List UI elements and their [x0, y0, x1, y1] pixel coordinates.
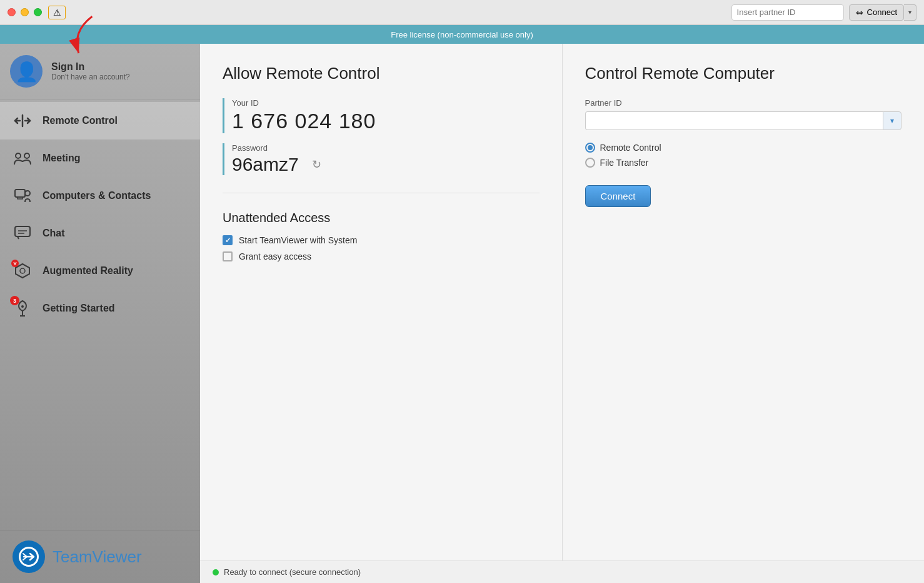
sidebar-footer: TeamViewer	[0, 530, 200, 583]
status-bar: Ready to connect (secure connection)	[200, 560, 924, 583]
grant-easy-access-label: Grant easy access	[239, 251, 311, 261]
your-id-section: Your ID 1 676 024 180	[223, 98, 540, 133]
connect-header-label: Connect	[867, 8, 897, 17]
partner-id-header-input[interactable]	[731, 4, 844, 21]
partner-id-field[interactable]	[585, 111, 883, 130]
start-teamviewer-checkbox[interactable]	[223, 235, 233, 245]
your-id-label: Your ID	[232, 98, 540, 108]
traffic-lights	[8, 8, 42, 16]
sidebar-item-remote-control-label: Remote Control	[43, 115, 118, 126]
meeting-icon	[13, 148, 33, 168]
teamviewer-brand-text: TeamViewer	[53, 547, 142, 567]
sign-in-title[interactable]: Sign In	[51, 61, 130, 73]
remote-control-icon	[13, 111, 33, 131]
connect-main-button[interactable]: Connect	[585, 185, 651, 207]
sidebar-item-meeting-label: Meeting	[43, 153, 80, 164]
connect-arrows-icon: ⇔	[856, 8, 863, 18]
file-transfer-radio-label: File Transfer	[600, 158, 649, 168]
content-area: Allow Remote Control Your ID 1 676 024 1…	[200, 44, 924, 583]
sidebar-item-chat[interactable]: Chat	[0, 215, 200, 252]
close-button[interactable]	[8, 8, 16, 16]
teamviewer-logo-inner	[19, 547, 39, 567]
remote-control-radio[interactable]	[585, 143, 595, 153]
brand-viewer: Viewer	[93, 547, 142, 566]
license-bar: Free license (non-commercial use only)	[0, 25, 924, 44]
allow-remote-title: Allow Remote Control	[223, 64, 540, 83]
sign-in-text: Sign In Don't have an account?	[51, 61, 130, 81]
user-avatar-icon: 👤	[15, 61, 38, 83]
titlebar-right: ⇔ Connect ▾	[731, 4, 916, 21]
sidebar-item-computers-contacts[interactable]: Computers & Contacts	[0, 177, 200, 215]
start-teamviewer-label: Start TeamViewer with System	[239, 235, 357, 245]
avatar: 👤	[10, 55, 43, 88]
warning-icon: ⚠	[53, 8, 61, 18]
warning-button[interactable]: ⚠	[48, 6, 66, 19]
panel-divider	[223, 193, 540, 193]
connect-header-dropdown[interactable]: ▾	[904, 4, 916, 21]
radio-row-2: File Transfer	[585, 158, 902, 168]
main-layout: 👤 Sign In Don't have an account? Remote …	[0, 44, 924, 583]
maximize-button[interactable]	[34, 8, 42, 16]
sidebar-item-getting-started-label: Getting Started	[43, 303, 115, 314]
svg-rect-5	[15, 226, 30, 236]
sidebar-item-meeting[interactable]: Meeting	[0, 139, 200, 177]
getting-started-icon: 3	[13, 298, 33, 318]
checkbox-row-1: Start TeamViewer with System	[223, 235, 540, 245]
password-wrapper: Password 96amz7 ↻	[223, 143, 540, 175]
password-section: Password 96amz7 ↻	[223, 143, 540, 175]
your-id-value: 1 676 024 180	[232, 109, 540, 133]
sidebar-item-getting-started[interactable]: 3 Getting Started	[0, 290, 200, 327]
grant-easy-access-checkbox[interactable]	[223, 251, 233, 261]
titlebar: ⚠ ⇔ Connect ▾	[0, 0, 924, 25]
sidebar-header: 👤 Sign In Don't have an account?	[0, 44, 200, 99]
status-dot	[213, 569, 219, 575]
chat-icon	[13, 223, 33, 243]
unattended-access-title: Unattended Access	[223, 211, 540, 225]
svg-point-2	[24, 153, 29, 158]
radio-row-1: Remote Control	[585, 143, 902, 153]
partner-id-row: ▾	[585, 111, 902, 130]
sidebar-item-chat-label: Chat	[43, 228, 65, 239]
computers-contacts-icon	[13, 186, 33, 206]
license-text: Free license (non-commercial use only)	[391, 30, 533, 39]
partner-id-label: Partner ID	[585, 98, 902, 108]
sidebar-item-augmented-reality-label: Augmented Reality	[43, 265, 133, 276]
checkbox-row-2: Grant easy access	[223, 251, 540, 261]
refresh-password-button[interactable]: ↻	[310, 158, 324, 171]
sidebar-item-computers-contacts-label: Computers & Contacts	[43, 190, 151, 201]
remote-control-radio-label: Remote Control	[600, 143, 661, 153]
svg-point-8	[20, 268, 25, 273]
content-main: Allow Remote Control Your ID 1 676 024 1…	[200, 44, 924, 560]
svg-point-1	[16, 153, 21, 158]
teamviewer-logo	[13, 540, 45, 573]
control-remote-panel: Control Remote Computer Partner ID ▾ Rem…	[563, 44, 925, 560]
sign-in-subtitle: Don't have an account?	[51, 73, 130, 81]
augmented-reality-icon	[13, 261, 33, 281]
sidebar: 👤 Sign In Don't have an account? Remote …	[0, 44, 200, 583]
connect-header-button[interactable]: ⇔ Connect	[849, 4, 904, 21]
allow-remote-panel: Allow Remote Control Your ID 1 676 024 1…	[200, 44, 563, 560]
svg-rect-3	[15, 190, 25, 197]
svg-point-11	[21, 305, 24, 308]
brand-team: Team	[53, 547, 93, 566]
svg-point-4	[25, 191, 30, 196]
control-remote-title: Control Remote Computer	[585, 64, 902, 83]
sidebar-item-remote-control[interactable]: Remote Control	[0, 102, 200, 139]
status-text: Ready to connect (secure connection)	[224, 567, 361, 577]
nav-items: Remote Control Meeting	[0, 99, 200, 530]
password-value: 96amz7	[232, 154, 299, 175]
partner-id-dropdown-button[interactable]: ▾	[883, 111, 901, 130]
sidebar-item-augmented-reality[interactable]: Augmented Reality	[0, 252, 200, 290]
minimize-button[interactable]	[21, 8, 29, 16]
file-transfer-radio[interactable]	[585, 158, 595, 168]
password-label: Password	[232, 143, 540, 153]
getting-started-badge: 3	[10, 296, 19, 305]
